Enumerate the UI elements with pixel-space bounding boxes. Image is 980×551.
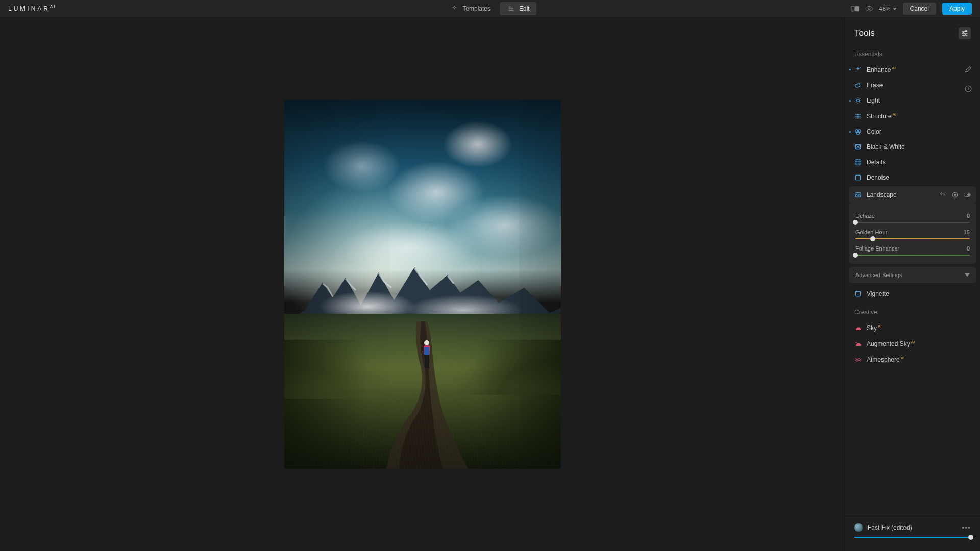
svg-point-30 — [859, 115, 860, 116]
tool-atmosphere[interactable]: AtmosphereAI — [845, 352, 980, 367]
landscape-controls — [939, 191, 971, 198]
templates-tab[interactable]: Templates — [443, 2, 498, 15]
tool-sky[interactable]: SkyAI — [845, 320, 980, 336]
preset-amount-slider[interactable] — [854, 537, 971, 538]
tool-bw[interactable]: Black & White — [845, 139, 980, 155]
sliders-icon — [507, 5, 515, 13]
svg-point-5 — [509, 10, 510, 11]
tool-label: EnhanceAI — [867, 66, 896, 73]
svg-point-28 — [855, 115, 856, 116]
svg-rect-39 — [855, 175, 860, 180]
svg-point-22 — [855, 71, 856, 71]
svg-point-24 — [857, 99, 860, 102]
edit-label: Edit — [519, 5, 530, 12]
mask-icon[interactable] — [951, 191, 959, 198]
foliage-slider: Foliage Enhancer0 — [855, 245, 970, 256]
logo-ai: AI — [50, 4, 56, 9]
sun-icon — [854, 97, 862, 104]
tool-label: Vignette — [867, 290, 889, 297]
svg-point-21 — [860, 67, 861, 68]
canvas[interactable] — [0, 18, 845, 551]
modified-dot — [849, 100, 851, 102]
svg-point-4 — [511, 8, 512, 9]
bw-icon — [854, 143, 862, 151]
tools-panel: Tools Essentials EnhanceAI Erase — [845, 18, 980, 551]
svg-rect-7 — [855, 6, 858, 11]
goldenhour-slider: Golden Hour15 — [855, 229, 970, 239]
tool-label: AtmosphereAI — [867, 356, 904, 363]
cancel-button[interactable]: Cancel — [903, 3, 936, 15]
tool-erase[interactable]: Erase — [845, 78, 980, 93]
tool-vignette[interactable]: Vignette — [845, 286, 980, 302]
svg-point-32 — [857, 117, 859, 118]
tool-denoise[interactable]: Denoise — [845, 170, 980, 185]
tool-label: Augmented SkyAI — [867, 340, 915, 347]
app-logo: LUMINARAI — [8, 5, 56, 12]
topbar: LUMINARAI Templates Edit 48% Cancel Appl… — [0, 0, 980, 18]
erase-icon — [854, 82, 862, 89]
svg-rect-45 — [855, 291, 860, 296]
tool-enhance[interactable]: EnhanceAI — [845, 62, 980, 78]
eye-icon[interactable] — [865, 5, 873, 13]
svg-point-33 — [859, 117, 860, 118]
creative-list: SkyAI Augmented SkyAI AtmosphereAI — [845, 320, 980, 367]
palette-icon — [854, 128, 862, 135]
advanced-label: Advanced Settings — [855, 272, 902, 278]
tool-structure[interactable]: StructureAI — [845, 108, 980, 124]
slider-label: Foliage Enhancer — [855, 245, 899, 252]
cloud-plus-icon — [854, 340, 862, 347]
essentials-label: Essentials — [845, 43, 980, 62]
panel-sliders-button[interactable] — [959, 27, 971, 39]
undo-icon[interactable] — [939, 191, 946, 198]
slider-thumb[interactable] — [968, 535, 973, 540]
slider-thumb[interactable] — [853, 220, 858, 225]
tool-light[interactable]: Light — [845, 93, 980, 108]
sparkle-icon — [450, 5, 458, 13]
tool-augmented-sky[interactable]: Augmented SkyAI — [845, 336, 980, 352]
apply-button[interactable]: Apply — [942, 3, 972, 15]
slider-track[interactable] — [855, 238, 970, 239]
tool-label: Erase — [867, 82, 883, 89]
compare-icon[interactable] — [851, 5, 859, 13]
tool-label: SkyAI — [867, 324, 882, 332]
topbar-mode-switch: Templates Edit — [443, 2, 536, 15]
sparkle-icon — [854, 66, 862, 73]
svg-point-27 — [859, 114, 860, 115]
tool-label: Light — [867, 97, 880, 104]
svg-point-8 — [868, 8, 870, 10]
edit-tab[interactable]: Edit — [500, 2, 537, 15]
svg-point-44 — [968, 194, 970, 196]
tool-label: StructureAI — [867, 112, 896, 120]
chevron-down-icon — [893, 8, 897, 10]
slider-thumb[interactable] — [870, 236, 875, 241]
creative-label: Creative — [845, 302, 980, 320]
modified-dot — [849, 131, 851, 133]
slider-label: Golden Hour — [855, 229, 887, 235]
tool-landscape[interactable]: Landscape — [849, 186, 976, 204]
slider-track[interactable] — [855, 255, 970, 256]
svg-point-17 — [965, 31, 967, 32]
essentials-list: EnhanceAI Erase Light StructureAI Color — [845, 62, 980, 302]
svg-point-26 — [857, 114, 859, 115]
slider-track[interactable] — [855, 222, 970, 223]
svg-point-42 — [954, 194, 956, 196]
tool-color[interactable]: Color — [845, 124, 980, 139]
preset-more-icon[interactable]: ••• — [962, 525, 971, 530]
preset-row: Fast Fix (edited) ••• — [854, 523, 971, 532]
landscape-body: Dehaze0 Golden Hour15 Foliage Enhancer0 — [849, 204, 976, 264]
slider-thumb[interactable] — [853, 253, 858, 258]
photo-preview — [284, 100, 561, 469]
zoom-value: 48% — [879, 6, 891, 12]
advanced-settings[interactable]: Advanced Settings — [849, 267, 976, 283]
panel-header: Tools — [845, 18, 980, 43]
topbar-right: 48% Cancel Apply — [851, 3, 972, 15]
svg-point-25 — [855, 114, 856, 115]
toggle-icon[interactable] — [964, 191, 971, 198]
chevron-down-icon — [965, 273, 970, 277]
svg-rect-23 — [855, 83, 861, 87]
svg-point-29 — [857, 115, 859, 116]
svg-point-31 — [855, 117, 856, 118]
panel-title: Tools — [854, 28, 875, 38]
tool-details[interactable]: Details — [845, 155, 980, 170]
zoom-dropdown[interactable]: 48% — [879, 6, 897, 12]
